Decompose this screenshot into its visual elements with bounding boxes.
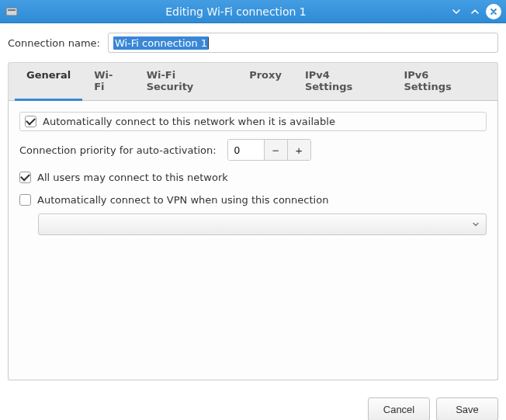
auto-vpn-row: Automatically connect to VPN when using … xyxy=(19,194,487,206)
dialog-footer: Cancel Save xyxy=(0,388,506,420)
priority-label: Connection priority for auto-activation: xyxy=(19,144,217,156)
priority-row: Connection priority for auto-activation:… xyxy=(19,139,487,161)
priority-input[interactable] xyxy=(228,140,264,160)
connection-name-value: Wi-Fi connection 1 xyxy=(113,36,209,50)
chevron-down-icon xyxy=(472,219,480,231)
priority-increment-button[interactable]: + xyxy=(287,140,310,160)
tab-proxy[interactable]: Proxy xyxy=(237,63,293,101)
auto-connect-label: Automatically connect to this network wh… xyxy=(43,116,335,127)
connection-name-row: Connection name: Wi-Fi connection 1 xyxy=(8,33,498,53)
priority-decrement-button[interactable]: − xyxy=(264,140,287,160)
priority-spinner: − + xyxy=(227,139,311,161)
tab-ipv6-settings[interactable]: IPv6 Settings xyxy=(392,63,491,101)
tab-general[interactable]: General xyxy=(15,63,82,101)
auto-vpn-checkbox[interactable] xyxy=(19,194,31,206)
tab-ipv4-settings[interactable]: IPv4 Settings xyxy=(293,63,393,101)
tab-wifi[interactable]: Wi-Fi xyxy=(82,63,134,101)
save-button[interactable]: Save xyxy=(436,397,498,420)
connection-name-input[interactable]: Wi-Fi connection 1 xyxy=(108,33,498,53)
content-area: Connection name: Wi-Fi connection 1 Gene… xyxy=(0,23,506,388)
cancel-button[interactable]: Cancel xyxy=(368,397,430,420)
connection-name-label: Connection name: xyxy=(8,37,100,49)
all-users-label: All users may connect to this network xyxy=(37,172,228,183)
tab-panel-general: Automatically connect to this network wh… xyxy=(8,101,498,380)
all-users-row: All users may connect to this network xyxy=(19,172,487,183)
svg-rect-0 xyxy=(6,8,17,16)
minimize-button[interactable] xyxy=(449,4,464,19)
svg-rect-1 xyxy=(8,9,16,11)
all-users-checkbox[interactable] xyxy=(19,172,31,183)
auto-connect-checkbox[interactable] xyxy=(25,116,36,127)
auto-vpn-label: Automatically connect to VPN when using … xyxy=(37,194,328,206)
close-button[interactable] xyxy=(486,4,501,19)
vpn-select[interactable] xyxy=(38,213,487,235)
titlebar: Editing Wi-Fi connection 1 xyxy=(0,0,506,23)
tab-bar: General Wi-Fi Wi-Fi Security Proxy IPv4 … xyxy=(8,62,498,101)
window-title: Editing Wi-Fi connection 1 xyxy=(23,5,449,18)
tab-wifi-security[interactable]: Wi-Fi Security xyxy=(135,63,238,101)
auto-connect-row: Automatically connect to this network wh… xyxy=(19,112,487,131)
nm-editor-icon xyxy=(5,5,19,19)
maximize-button[interactable] xyxy=(467,4,483,19)
window-controls xyxy=(449,4,501,19)
